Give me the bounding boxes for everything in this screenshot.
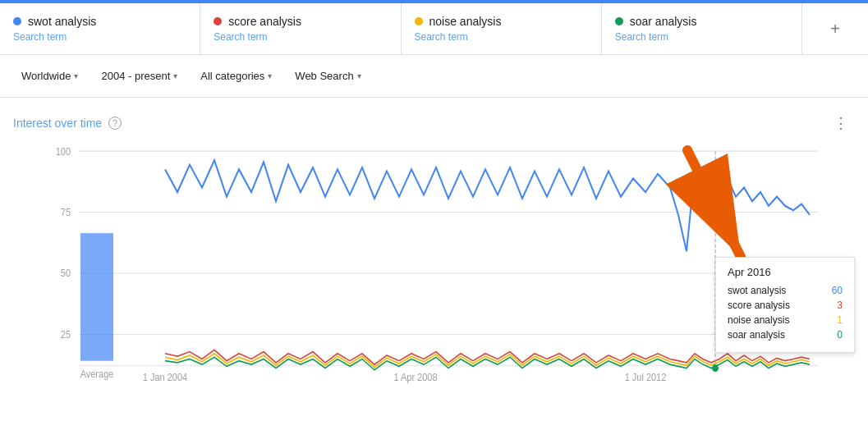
search-terms-row: swot analysis Search term score analysis… — [0, 3, 868, 55]
filter-search-type[interactable]: Web Search ▾ — [287, 65, 369, 87]
search-term-soar[interactable]: soar analysis Search term — [602, 3, 802, 54]
filters-row: Worldwide ▾ 2004 - present ▾ All categor… — [0, 55, 868, 98]
date-chevron: ▾ — [173, 71, 177, 80]
svg-text:25: 25 — [61, 328, 71, 340]
svg-rect-12 — [80, 233, 113, 361]
chart-section: Interest over time ? ⋮ 100 75 50 25 1 Ja… — [0, 98, 868, 388]
search-term-swot[interactable]: swot analysis Search term — [0, 3, 200, 54]
soar-sublabel: Search term — [615, 31, 788, 43]
tooltip-row-score: score analysis 3 — [728, 300, 843, 311]
more-options-button[interactable]: ⋮ — [827, 111, 855, 135]
filter-category[interactable]: All categories ▾ — [192, 65, 280, 87]
dot-soar — [615, 17, 623, 25]
tooltip: Apr 2016 swot analysis 60 score analysis… — [715, 257, 855, 353]
filter-location[interactable]: Worldwide ▾ — [13, 65, 86, 87]
tooltip-noise-value: 1 — [826, 314, 843, 326]
svg-text:100: 100 — [56, 145, 71, 157]
category-label: All categories — [200, 70, 264, 82]
dot-swot — [13, 17, 21, 25]
tooltip-soar-label: soar analysis — [728, 329, 826, 341]
tooltip-noise-label: noise analysis — [728, 314, 826, 326]
help-icon[interactable]: ? — [108, 117, 122, 130]
location-label: Worldwide — [21, 70, 71, 82]
tooltip-date: Apr 2016 — [728, 266, 843, 278]
swot-label: swot analysis — [28, 15, 96, 28]
score-label: score analysis — [228, 15, 301, 28]
tooltip-row-soar: soar analysis 0 — [728, 329, 843, 341]
svg-point-16 — [712, 364, 719, 372]
tooltip-row-noise: noise analysis 1 — [728, 314, 843, 326]
location-chevron: ▾ — [74, 71, 78, 80]
tooltip-swot-value: 60 — [826, 285, 843, 296]
add-term-button[interactable]: + — [802, 3, 868, 54]
noise-sublabel: Search term — [415, 31, 588, 43]
search-type-chevron: ▾ — [357, 71, 361, 80]
tooltip-soar-value: 0 — [826, 329, 843, 341]
score-sublabel: Search term — [214, 31, 387, 43]
category-chevron: ▾ — [268, 71, 272, 80]
noise-label: noise analysis — [429, 15, 502, 28]
svg-point-15 — [712, 221, 719, 228]
search-term-noise[interactable]: noise analysis Search term — [402, 3, 602, 54]
tooltip-row-swot: swot analysis 60 — [728, 285, 843, 296]
tooltip-score-value: 3 — [826, 300, 843, 311]
dot-noise — [415, 17, 423, 25]
filter-date[interactable]: 2004 - present ▾ — [93, 65, 186, 87]
search-type-label: Web Search — [295, 70, 353, 82]
swot-sublabel: Search term — [13, 31, 186, 43]
svg-text:Average: Average — [80, 368, 114, 379]
chart-container: 100 75 50 25 1 Jan 2004 1 Apr 2008 1 Jul… — [0, 142, 868, 388]
date-label: 2004 - present — [101, 70, 170, 82]
search-term-score[interactable]: score analysis Search term — [200, 3, 401, 54]
svg-text:1 Jul 2012: 1 Jul 2012 — [625, 372, 667, 383]
chart-header: Interest over time ? ⋮ — [0, 98, 868, 142]
svg-text:1 Apr 2008: 1 Apr 2008 — [393, 372, 437, 383]
soar-label: soar analysis — [630, 15, 697, 28]
add-icon[interactable]: + — [830, 20, 840, 39]
tooltip-score-label: score analysis — [728, 300, 826, 311]
svg-text:1 Jan 2004: 1 Jan 2004 — [143, 372, 188, 383]
tooltip-swot-label: swot analysis — [728, 285, 826, 296]
svg-text:50: 50 — [61, 268, 71, 279]
svg-text:75: 75 — [61, 206, 71, 217]
chart-title: Interest over time — [13, 117, 102, 130]
dot-score — [214, 17, 222, 25]
